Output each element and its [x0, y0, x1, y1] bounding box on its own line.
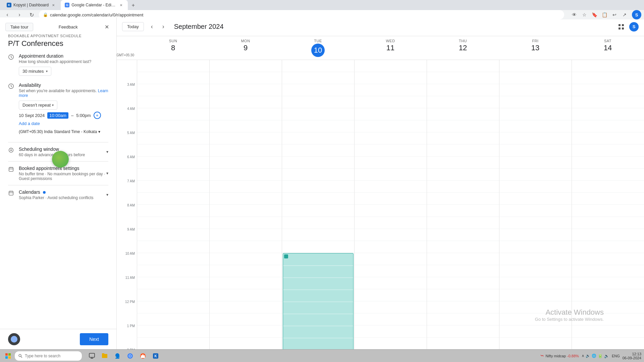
tab-kopyst[interactable]: K Kopyst | Dashboard ✕ [3, 0, 60, 10]
cell-row18-col1[interactable] [209, 277, 282, 289]
cell-row17-col5[interactable] [499, 265, 572, 277]
cell-row0-col5[interactable] [499, 60, 572, 72]
taskbar-app-file[interactable] [99, 350, 111, 362]
cell-row6-col6[interactable] [572, 132, 644, 144]
cell-row10-col3[interactable] [354, 181, 427, 193]
record-button[interactable] [8, 333, 20, 345]
cell-row3-col2[interactable] [282, 96, 354, 108]
time-start-highlight[interactable]: 10:00am [47, 112, 68, 119]
cell-row15-col5[interactable] [499, 241, 572, 253]
cell-row3-col4[interactable] [427, 96, 499, 108]
cell-row20-col5[interactable] [499, 301, 572, 313]
cell-row9-col5[interactable] [499, 169, 572, 181]
cell-row18-col5[interactable] [499, 277, 572, 289]
cell-row18-col3[interactable] [354, 277, 427, 289]
cell-row7-col3[interactable] [354, 144, 427, 157]
cell-row6-col0[interactable] [137, 132, 209, 144]
start-button[interactable] [3, 351, 13, 361]
cell-row4-col6[interactable] [572, 108, 644, 120]
next-button[interactable]: Next [80, 333, 108, 345]
cell-row16-col2[interactable] [282, 253, 354, 265]
cell-row18-col4[interactable] [427, 277, 499, 289]
battery-icon[interactable]: 🔋 [598, 354, 603, 358]
cell-row6-col5[interactable] [499, 132, 572, 144]
cell-row10-col1[interactable] [209, 181, 282, 193]
cell-row4-col3[interactable] [354, 108, 427, 120]
cell-row15-col3[interactable] [354, 241, 427, 253]
cell-row13-col3[interactable] [354, 217, 427, 229]
cell-row1-col3[interactable] [354, 72, 427, 84]
cell-row14-col2[interactable] [282, 229, 354, 241]
duration-dropdown[interactable]: 30 minutes ▾ [19, 67, 51, 76]
new-tab-button[interactable]: + [128, 1, 138, 10]
cell-row18-col0[interactable] [137, 277, 209, 289]
cell-row1-col6[interactable] [572, 72, 644, 84]
cell-row7-col2[interactable] [282, 144, 354, 157]
cell-row3-col3[interactable] [354, 96, 427, 108]
cell-row10-col2[interactable] [282, 181, 354, 193]
feedback-button[interactable]: Feedback [59, 24, 78, 29]
cell-row16-col6[interactable] [572, 253, 644, 265]
cell-row22-col3[interactable] [354, 325, 427, 338]
cell-row16-col3[interactable] [354, 253, 427, 265]
cell-row6-col3[interactable] [354, 132, 427, 144]
network-icon[interactable]: 🌐 [592, 354, 596, 358]
cell-row6-col1[interactable] [209, 132, 282, 144]
cell-row7-col6[interactable] [572, 144, 644, 157]
cell-row17-col4[interactable] [427, 265, 499, 277]
taskbar-search-input[interactable] [25, 354, 75, 358]
cell-row3-col6[interactable] [572, 96, 644, 108]
cell-row22-col6[interactable] [572, 325, 644, 338]
cell-row0-col2[interactable] [282, 60, 354, 72]
cal-profile-icon[interactable]: S [629, 22, 639, 32]
cell-row5-col3[interactable] [354, 120, 427, 132]
cell-row14-col4[interactable] [427, 229, 499, 241]
cell-row20-col0[interactable] [137, 301, 209, 313]
cell-row0-col4[interactable] [427, 60, 499, 72]
cell-row15-col4[interactable] [427, 241, 499, 253]
cell-row4-col2[interactable] [282, 108, 354, 120]
cell-row0-col0[interactable] [137, 60, 209, 72]
taskbar-app-view[interactable] [86, 350, 98, 362]
cell-row21-col6[interactable] [572, 313, 644, 325]
cell-row5-col5[interactable] [499, 120, 572, 132]
cell-row8-col4[interactable] [427, 157, 499, 169]
cell-row9-col3[interactable] [354, 169, 427, 181]
cell-row12-col5[interactable] [499, 205, 572, 217]
cell-row11-col0[interactable] [137, 193, 209, 205]
cell-row22-col0[interactable] [137, 325, 209, 338]
cell-row1-col1[interactable] [209, 72, 282, 84]
cell-row4-col0[interactable] [137, 108, 209, 120]
cell-row10-col4[interactable] [427, 181, 499, 193]
cell-row19-col4[interactable] [427, 289, 499, 301]
cell-row9-col4[interactable] [427, 169, 499, 181]
cell-row23-col1[interactable] [209, 338, 282, 349]
calendars-section[interactable]: Calendars Sophia Parker · Avoid scheduli… [8, 185, 108, 204]
cell-row23-col5[interactable] [499, 338, 572, 349]
today-button[interactable]: Today [122, 22, 144, 31]
cell-row15-col0[interactable] [137, 241, 209, 253]
tab-gcal[interactable]: G Google Calendar - Edit bookab... ✕ [61, 0, 128, 10]
cell-row3-col0[interactable] [137, 96, 209, 108]
cell-row15-col2[interactable] [282, 241, 354, 253]
cell-row22-col1[interactable] [209, 325, 282, 338]
cell-row7-col4[interactable] [427, 144, 499, 157]
cell-row6-col2[interactable] [282, 132, 354, 144]
cell-row11-col1[interactable] [209, 193, 282, 205]
cell-row8-col5[interactable] [499, 157, 572, 169]
cell-row19-col3[interactable] [354, 289, 427, 301]
cell-row13-col6[interactable] [572, 217, 644, 229]
cell-row1-col0[interactable] [137, 72, 209, 84]
cell-row13-col0[interactable] [137, 217, 209, 229]
cell-row7-col0[interactable] [137, 144, 209, 157]
cell-row2-col3[interactable] [354, 84, 427, 96]
cell-row23-col4[interactable] [427, 338, 499, 349]
cell-row16-col4[interactable] [427, 253, 499, 265]
cell-row15-col1[interactable] [209, 241, 282, 253]
close-panel-button[interactable]: ✕ [103, 23, 111, 31]
cell-row0-col3[interactable] [354, 60, 427, 72]
cell-row8-col2[interactable] [282, 157, 354, 169]
cell-row8-col3[interactable] [354, 157, 427, 169]
cell-row23-col0[interactable] [137, 338, 209, 349]
cell-row11-col5[interactable] [499, 193, 572, 205]
